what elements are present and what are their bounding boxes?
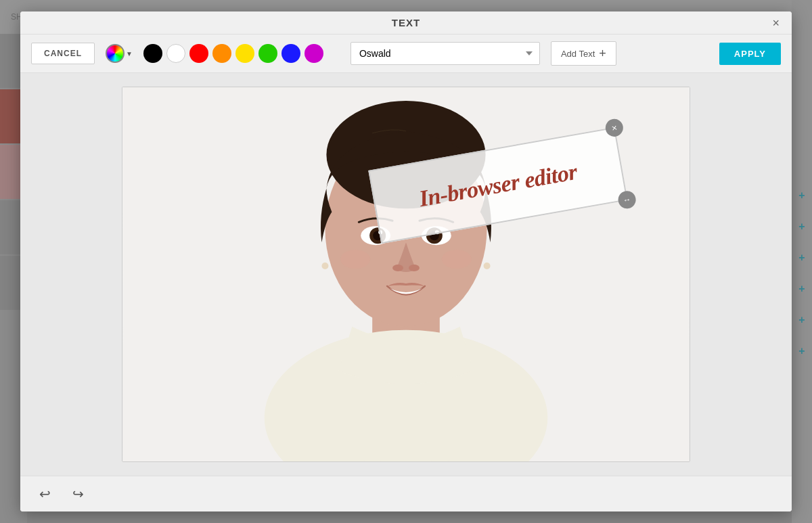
svg-point-18 bbox=[442, 250, 472, 269]
modal-footer: ↩ ↪ bbox=[20, 476, 792, 511]
svg-rect-20 bbox=[430, 334, 450, 461]
color-picker-group: ▼ bbox=[106, 44, 133, 63]
add-text-button[interactable]: Add Text + bbox=[551, 41, 616, 66]
color-swatch-blue[interactable] bbox=[281, 44, 300, 63]
color-swatch-black[interactable] bbox=[143, 44, 162, 63]
text-editor-modal: TEXT × CANCEL ▼ OswaldArialGeorgiaTimes … bbox=[20, 12, 792, 511]
redo-button[interactable]: ↪ bbox=[67, 483, 89, 505]
color-swatch-yellow[interactable] bbox=[235, 44, 254, 63]
modal-title: TEXT bbox=[392, 17, 420, 28]
person-image: × In-browser editor ↔ bbox=[122, 87, 690, 461]
canvas-area[interactable]: × In-browser editor ↔ bbox=[122, 87, 690, 462]
apply-button[interactable]: APPLY bbox=[719, 43, 781, 65]
color-wheel[interactable] bbox=[106, 44, 125, 63]
modal-body: × In-browser editor ↔ bbox=[20, 73, 792, 476]
color-swatch-purple[interactable] bbox=[304, 44, 323, 63]
add-text-plus-icon: + bbox=[599, 47, 606, 60]
svg-point-15 bbox=[321, 263, 328, 269]
color-swatch-green[interactable] bbox=[258, 44, 277, 63]
color-swatch-orange[interactable] bbox=[212, 44, 231, 63]
svg-rect-19 bbox=[362, 334, 382, 461]
svg-point-13 bbox=[392, 265, 403, 271]
font-dropdown[interactable]: OswaldArialGeorgiaTimes New RomanVerdana… bbox=[351, 42, 540, 65]
color-swatches bbox=[143, 44, 323, 63]
undo-button[interactable]: ↩ bbox=[34, 483, 56, 505]
svg-point-14 bbox=[409, 265, 420, 271]
svg-point-16 bbox=[484, 263, 491, 269]
overlay-text-content: In-browser editor bbox=[407, 152, 589, 219]
modal-overlay: TEXT × CANCEL ▼ OswaldArialGeorgiaTimes … bbox=[0, 0, 812, 523]
color-swatch-white[interactable] bbox=[166, 44, 185, 63]
color-swatch-red[interactable] bbox=[189, 44, 208, 63]
modal-toolbar: CANCEL ▼ OswaldArialGeorgiaTimes New Rom… bbox=[20, 35, 792, 73]
cancel-button[interactable]: CANCEL bbox=[31, 43, 95, 64]
font-selector: OswaldArialGeorgiaTimes New RomanVerdana… bbox=[351, 42, 540, 65]
add-text-label: Add Text bbox=[561, 49, 595, 59]
modal-close-button[interactable]: × bbox=[768, 16, 784, 30]
color-wheel-arrow: ▼ bbox=[126, 50, 133, 58]
svg-point-17 bbox=[340, 250, 370, 269]
modal-header: TEXT × bbox=[20, 12, 792, 35]
